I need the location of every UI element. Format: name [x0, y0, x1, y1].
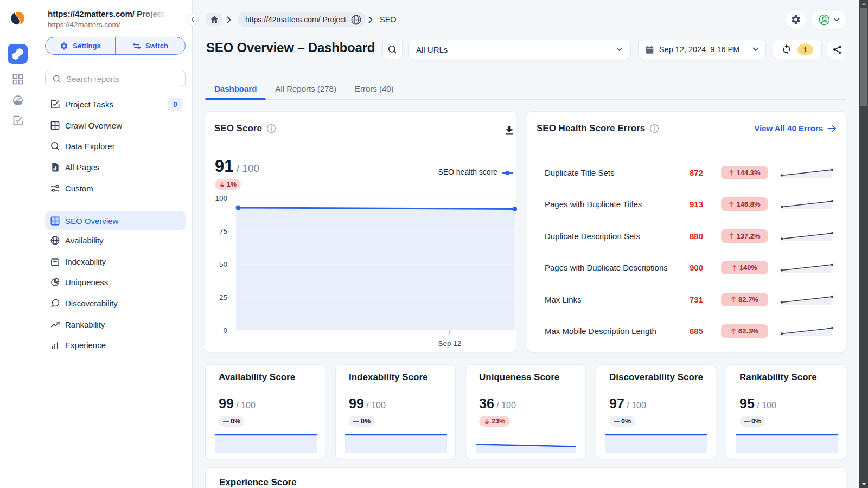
svg-text:25: 25	[219, 293, 227, 301]
svg-text:Sep 12: Sep 12	[438, 339, 462, 348]
svg-text:50: 50	[219, 260, 227, 268]
svg-text:75: 75	[219, 227, 227, 235]
svg-text:0: 0	[223, 326, 227, 335]
svg-text:100: 100	[215, 194, 227, 202]
